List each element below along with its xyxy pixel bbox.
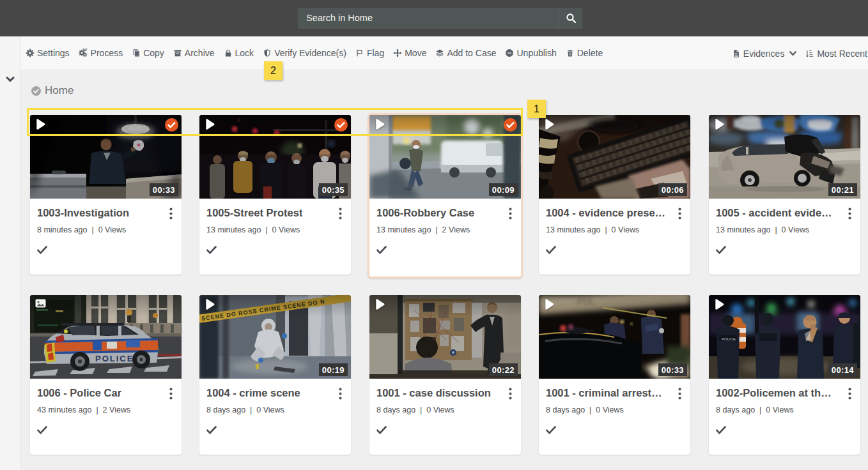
svg-text:POLICE: POLICE bbox=[722, 337, 736, 341]
